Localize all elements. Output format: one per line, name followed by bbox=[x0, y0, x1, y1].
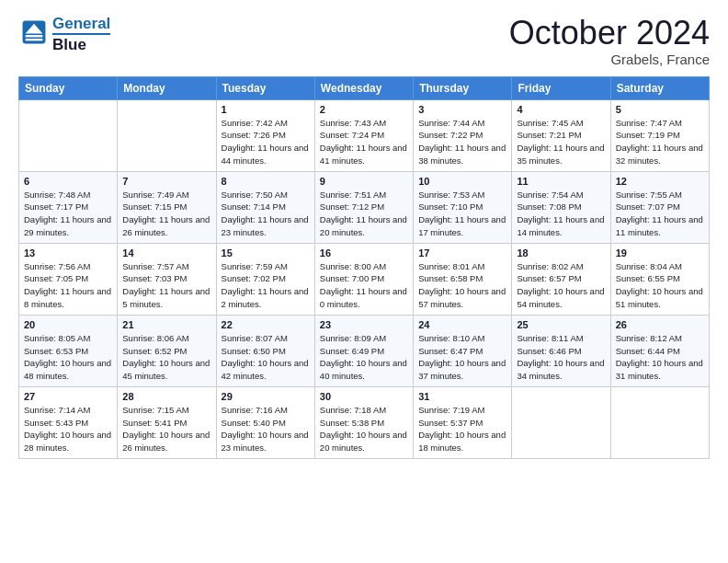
sunset-label: Sunset: 6:47 PM bbox=[418, 346, 483, 356]
sunset-label: Sunset: 7:02 PM bbox=[222, 273, 286, 283]
daylight-label: Daylight: 11 hours and 26 minutes. bbox=[122, 214, 210, 237]
daylight-label: Daylight: 11 hours and 2 minutes. bbox=[222, 286, 309, 309]
sunrise-label: Sunrise: 8:12 AM bbox=[616, 333, 682, 343]
day-info: Sunrise: 7:45 AMSunset: 7:21 PMDaylight:… bbox=[517, 117, 605, 167]
day-info: Sunrise: 7:14 AMSunset: 5:43 PMDaylight:… bbox=[24, 404, 112, 454]
daylight-label: Daylight: 11 hours and 32 minutes. bbox=[616, 143, 703, 166]
calendar-cell bbox=[19, 99, 118, 171]
daylight-label: Daylight: 10 hours and 40 minutes. bbox=[320, 358, 407, 381]
day-number: 31 bbox=[418, 391, 506, 402]
sunrise-label: Sunrise: 8:00 AM bbox=[320, 261, 386, 271]
logo: General Blue bbox=[18, 15, 110, 53]
calendar-cell: 15Sunrise: 7:59 AMSunset: 7:02 PMDayligh… bbox=[216, 243, 314, 315]
day-number: 25 bbox=[517, 319, 605, 330]
sunset-label: Sunset: 5:37 PM bbox=[418, 418, 483, 428]
daylight-label: Daylight: 10 hours and 51 minutes. bbox=[616, 286, 703, 309]
day-number: 12 bbox=[616, 176, 704, 187]
sunrise-label: Sunrise: 8:07 AM bbox=[222, 333, 288, 343]
sunrise-label: Sunrise: 7:42 AM bbox=[222, 118, 288, 128]
calendar-cell: 20Sunrise: 8:05 AMSunset: 6:53 PMDayligh… bbox=[19, 315, 118, 386]
daylight-label: Daylight: 11 hours and 8 minutes. bbox=[24, 286, 111, 309]
calendar-week-3: 13Sunrise: 7:56 AMSunset: 7:05 PMDayligh… bbox=[19, 243, 710, 315]
daylight-label: Daylight: 10 hours and 18 minutes. bbox=[418, 430, 506, 453]
sunrise-label: Sunrise: 7:16 AM bbox=[222, 405, 288, 415]
daylight-label: Daylight: 11 hours and 20 minutes. bbox=[320, 214, 407, 237]
day-info: Sunrise: 7:57 AMSunset: 7:03 PMDaylight:… bbox=[122, 260, 210, 311]
month-title: October 2024 bbox=[509, 15, 710, 52]
sunrise-label: Sunrise: 7:59 AM bbox=[222, 261, 288, 271]
day-info: Sunrise: 7:53 AMSunset: 7:10 PMDaylight:… bbox=[418, 189, 506, 239]
daylight-label: Daylight: 10 hours and 57 minutes. bbox=[418, 286, 506, 309]
calendar-cell: 23Sunrise: 8:09 AMSunset: 6:49 PMDayligh… bbox=[314, 315, 413, 386]
day-info: Sunrise: 8:00 AMSunset: 7:00 PMDaylight:… bbox=[320, 260, 408, 311]
sunset-label: Sunset: 6:50 PM bbox=[222, 346, 286, 356]
day-number: 27 bbox=[24, 391, 112, 402]
day-info: Sunrise: 7:42 AMSunset: 7:26 PMDaylight:… bbox=[222, 117, 310, 167]
calendar-cell: 30Sunrise: 7:18 AMSunset: 5:38 PMDayligh… bbox=[314, 386, 413, 458]
day-info: Sunrise: 8:11 AMSunset: 6:46 PMDaylight:… bbox=[517, 332, 605, 383]
calendar-cell: 25Sunrise: 8:11 AMSunset: 6:46 PMDayligh… bbox=[512, 315, 610, 386]
calendar-cell: 19Sunrise: 8:04 AMSunset: 6:55 PMDayligh… bbox=[610, 243, 709, 315]
day-number: 24 bbox=[418, 319, 506, 330]
header-sunday: Sunday bbox=[19, 76, 118, 99]
sunrise-label: Sunrise: 8:05 AM bbox=[24, 333, 90, 343]
day-number: 15 bbox=[222, 247, 310, 259]
day-number: 26 bbox=[616, 319, 704, 330]
day-number: 21 bbox=[122, 319, 210, 330]
daylight-label: Daylight: 10 hours and 31 minutes. bbox=[616, 358, 703, 381]
day-number: 17 bbox=[418, 247, 506, 259]
sunrise-label: Sunrise: 7:47 AM bbox=[616, 118, 682, 128]
calendar-week-5: 27Sunrise: 7:14 AMSunset: 5:43 PMDayligh… bbox=[19, 386, 710, 458]
daylight-label: Daylight: 11 hours and 23 minutes. bbox=[222, 214, 309, 237]
daylight-label: Daylight: 11 hours and 0 minutes. bbox=[320, 286, 407, 309]
sunset-label: Sunset: 5:41 PM bbox=[122, 418, 187, 428]
calendar-cell: 21Sunrise: 8:06 AMSunset: 6:52 PMDayligh… bbox=[118, 315, 216, 386]
sunset-label: Sunset: 7:17 PM bbox=[24, 201, 88, 212]
day-number: 20 bbox=[24, 319, 112, 330]
daylight-label: Daylight: 10 hours and 23 minutes. bbox=[222, 430, 309, 453]
day-number: 30 bbox=[320, 391, 408, 402]
daylight-label: Daylight: 10 hours and 28 minutes. bbox=[24, 430, 111, 453]
sunrise-label: Sunrise: 7:45 AM bbox=[517, 118, 583, 128]
location-subtitle: Grabels, France bbox=[509, 52, 710, 67]
daylight-label: Daylight: 11 hours and 41 minutes. bbox=[320, 143, 407, 166]
calendar-cell: 27Sunrise: 7:14 AMSunset: 5:43 PMDayligh… bbox=[19, 386, 118, 458]
sunrise-label: Sunrise: 8:04 AM bbox=[616, 261, 682, 271]
header-monday: Monday bbox=[118, 76, 216, 99]
sunset-label: Sunset: 7:22 PM bbox=[418, 130, 483, 140]
sunset-label: Sunset: 5:43 PM bbox=[24, 418, 88, 428]
header-tuesday: Tuesday bbox=[216, 76, 314, 99]
calendar-week-4: 20Sunrise: 8:05 AMSunset: 6:53 PMDayligh… bbox=[19, 315, 710, 386]
sunrise-label: Sunrise: 7:18 AM bbox=[320, 405, 386, 415]
calendar-cell bbox=[512, 386, 610, 458]
sunset-label: Sunset: 5:40 PM bbox=[222, 418, 286, 428]
sunset-label: Sunset: 7:21 PM bbox=[517, 130, 581, 140]
calendar-cell: 7Sunrise: 7:49 AMSunset: 7:15 PMDaylight… bbox=[118, 171, 216, 243]
sunrise-label: Sunrise: 7:44 AM bbox=[418, 118, 484, 128]
calendar-cell: 18Sunrise: 8:02 AMSunset: 6:57 PMDayligh… bbox=[512, 243, 610, 315]
day-info: Sunrise: 8:06 AMSunset: 6:52 PMDaylight:… bbox=[122, 332, 210, 383]
daylight-label: Daylight: 10 hours and 37 minutes. bbox=[418, 358, 506, 381]
calendar-cell: 4Sunrise: 7:45 AMSunset: 7:21 PMDaylight… bbox=[512, 99, 610, 171]
day-number: 18 bbox=[517, 247, 605, 259]
calendar-cell: 5Sunrise: 7:47 AMSunset: 7:19 PMDaylight… bbox=[610, 99, 709, 171]
sunset-label: Sunset: 6:58 PM bbox=[418, 273, 483, 283]
sunset-label: Sunset: 7:12 PM bbox=[320, 201, 384, 212]
calendar-week-2: 6Sunrise: 7:48 AMSunset: 7:17 PMDaylight… bbox=[19, 171, 710, 243]
header-saturday: Saturday bbox=[610, 76, 709, 99]
sunset-label: Sunset: 6:44 PM bbox=[616, 346, 680, 356]
calendar-cell: 12Sunrise: 7:55 AMSunset: 7:07 PMDayligh… bbox=[610, 171, 709, 243]
day-info: Sunrise: 7:18 AMSunset: 5:38 PMDaylight:… bbox=[320, 404, 408, 454]
sunrise-label: Sunrise: 7:55 AM bbox=[616, 190, 682, 200]
sunrise-label: Sunrise: 8:11 AM bbox=[517, 333, 583, 343]
day-info: Sunrise: 7:49 AMSunset: 7:15 PMDaylight:… bbox=[122, 189, 210, 239]
sunrise-label: Sunrise: 7:43 AM bbox=[320, 118, 386, 128]
calendar-cell: 24Sunrise: 8:10 AMSunset: 6:47 PMDayligh… bbox=[414, 315, 512, 386]
sunset-label: Sunset: 5:38 PM bbox=[320, 418, 384, 428]
day-info: Sunrise: 7:15 AMSunset: 5:41 PMDaylight:… bbox=[122, 404, 210, 454]
calendar-table: Sunday Monday Tuesday Wednesday Thursday… bbox=[18, 76, 710, 459]
sunrise-label: Sunrise: 8:02 AM bbox=[517, 261, 583, 271]
sunset-label: Sunset: 6:46 PM bbox=[517, 346, 581, 356]
day-info: Sunrise: 8:12 AMSunset: 6:44 PMDaylight:… bbox=[616, 332, 704, 383]
sunset-label: Sunset: 7:00 PM bbox=[320, 273, 384, 283]
